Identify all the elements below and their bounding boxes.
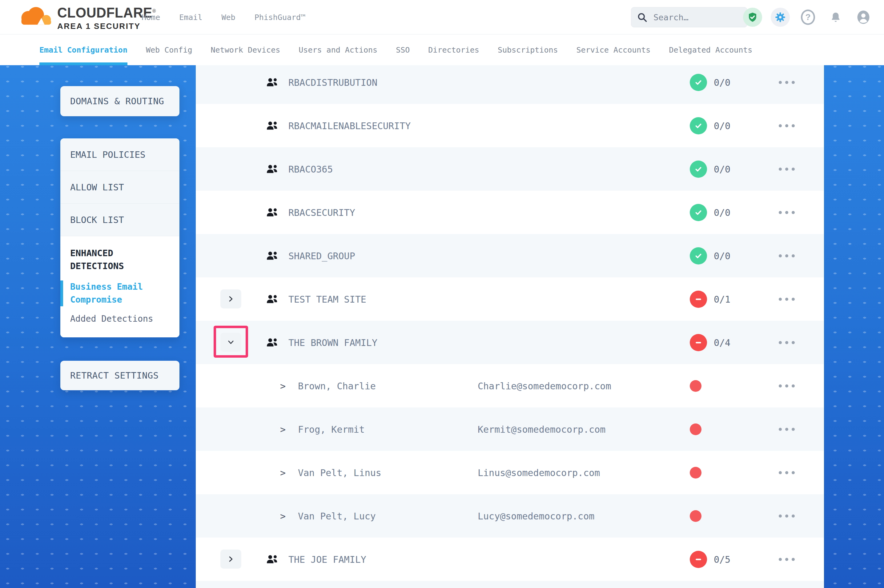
nav-web[interactable]: Web — [221, 13, 235, 22]
group-icon — [266, 164, 278, 174]
member-row[interactable]: >Van Pelt, LucyLucy@somedemocorp.com — [196, 494, 824, 538]
top-right-icons: ? — [743, 0, 873, 34]
sidebar-policies-card: EMAIL POLICIESALLOW LISTBLOCK LIST ENHAN… — [60, 138, 179, 338]
group-name: RBACSECURITY — [289, 207, 355, 218]
member-name: Van Pelt, Linus — [298, 467, 381, 478]
group-icon — [266, 294, 278, 304]
more-actions-button[interactable] — [776, 339, 797, 346]
member-name: Frog, Kermit — [298, 424, 365, 435]
tab-email-configuration[interactable]: Email Configuration — [39, 34, 128, 65]
status-allowed-badge — [690, 74, 707, 91]
group-name: TEST TEAM SITE — [289, 294, 366, 304]
more-actions-button[interactable] — [776, 165, 797, 173]
user-icon — [855, 9, 871, 25]
search-input[interactable] — [654, 13, 734, 22]
more-actions-button[interactable] — [776, 469, 797, 477]
group-name: THE BROWN FAMILY — [289, 337, 377, 348]
member-row[interactable]: >Frog, KermitKermit@somedemocorp.com — [196, 408, 824, 451]
member-row[interactable]: >Brown, CharlieCharlie@somedemocorp.com — [196, 364, 824, 408]
member-count: 0/0 — [714, 250, 731, 261]
group-name: RBACDISTRUBUTION — [289, 77, 377, 88]
chevron-right-icon: > — [280, 380, 286, 391]
cloudflare-logo[interactable]: CLOUDFLARE® AREA 1 SECURITY — [17, 4, 160, 31]
table-row-partial — [196, 581, 824, 588]
enhanced-detections-section: ENHANCED DETECTIONS Business Email Compr… — [60, 236, 179, 338]
tab-subscriptions[interactable]: Subscriptions — [498, 34, 558, 65]
nav-home[interactable]: Home — [141, 13, 160, 22]
member-count: 0/0 — [714, 207, 731, 218]
tab-service-accounts[interactable]: Service Accounts — [576, 34, 651, 65]
group-row[interactable]: THE JOE FAMILY 0/5 — [196, 538, 824, 581]
more-actions-button[interactable] — [776, 512, 797, 520]
chevron-right-icon: > — [280, 510, 286, 521]
sidebar-item-added-detections[interactable]: Added Detections — [60, 314, 170, 324]
help-icon: ? — [801, 9, 815, 25]
group-row[interactable]: RBACO365 0/0 — [196, 147, 824, 190]
nav-email[interactable]: Email — [179, 13, 202, 22]
group-row[interactable]: RBACSECURITY 0/0 — [196, 190, 824, 234]
group-name: RBACMAILENABLESECURITY — [289, 120, 410, 131]
group-icon — [266, 207, 278, 218]
group-row[interactable]: RBACMAILENABLESECURITY 0/0 — [196, 104, 824, 147]
group-row[interactable]: THE BROWN FAMILY 0/4 — [196, 321, 824, 364]
member-email: Charlie@somedemocorp.com — [478, 380, 611, 391]
status-blocked-dot — [690, 510, 702, 522]
nav-phishguard[interactable]: PhishGuard™ — [254, 13, 306, 22]
tab-directories[interactable]: Directories — [428, 34, 479, 65]
expand-group-button[interactable] — [220, 549, 241, 568]
help-button[interactable]: ? — [798, 8, 818, 27]
status-allowed-badge — [690, 117, 707, 134]
sidebar-item-block-list[interactable]: BLOCK LIST — [60, 204, 179, 236]
tab-network-devices[interactable]: Network Devices — [211, 34, 280, 65]
sidebar-item-domains-routing[interactable]: DOMAINS & ROUTING — [60, 86, 179, 116]
more-actions-button[interactable] — [776, 425, 797, 433]
content-panel: RBACDISTRUBUTION 0/0 RBACMAILENABLESECUR… — [196, 65, 824, 588]
status-allowed-badge — [690, 160, 707, 178]
sidebar-item-allow-list[interactable]: ALLOW LIST — [60, 171, 179, 204]
more-actions-button[interactable] — [776, 555, 797, 563]
page-background: CLOUDFLARE® AREA 1 SECURITY HomeEmailWeb… — [0, 0, 884, 588]
group-name: THE JOE FAMILY — [289, 554, 366, 565]
sidebar-item-business-email-compromise[interactable]: Business Email Compromise — [60, 280, 162, 306]
group-icon — [266, 337, 278, 348]
account-button[interactable] — [854, 8, 873, 27]
member-count: 0/0 — [714, 120, 731, 131]
notifications-button[interactable] — [826, 8, 845, 27]
expand-group-button[interactable] — [220, 290, 241, 309]
more-actions-button[interactable] — [776, 382, 797, 390]
tab-delegated-accounts[interactable]: Delegated Accounts — [669, 34, 752, 65]
domains-routing-label: DOMAINS & ROUTING — [60, 96, 164, 106]
status-blocked-dot — [690, 380, 702, 392]
tab-sso[interactable]: SSO — [396, 34, 410, 65]
tab-users-and-actions[interactable]: Users and Actions — [299, 34, 377, 65]
chevron-right-icon: > — [280, 424, 286, 435]
group-table: RBACDISTRUBUTION 0/0 RBACMAILENABLESECUR… — [196, 65, 824, 588]
sidebar-item-retract-settings[interactable]: RETRACT SETTINGS — [60, 361, 179, 390]
member-row[interactable]: >Van Pelt, LinusLinus@somedemocorp.com — [196, 451, 824, 494]
group-name: SHARED_GROUP — [289, 250, 355, 261]
group-row[interactable]: TEST TEAM SITE 0/1 — [196, 278, 824, 321]
group-icon — [266, 554, 278, 565]
config-subnav: Email ConfigurationWeb ConfigNetwork Dev… — [0, 34, 884, 65]
settings-button[interactable] — [771, 8, 790, 27]
status-allowed-badge — [690, 247, 707, 264]
sidebar-item-email-policies[interactable]: EMAIL POLICIES — [60, 138, 179, 171]
search-box — [631, 7, 747, 27]
more-actions-button[interactable] — [776, 252, 797, 260]
group-row[interactable]: RBACDISTRUBUTION 0/0 — [196, 65, 824, 104]
sidebar-item-enhanced-detections[interactable]: ENHANCED DETECTIONS — [60, 247, 165, 273]
group-row[interactable]: SHARED_GROUP 0/0 — [196, 234, 824, 278]
more-actions-button[interactable] — [776, 208, 797, 216]
brand-name: CLOUDFLARE — [57, 4, 152, 21]
security-status-button[interactable] — [743, 8, 762, 27]
more-actions-button[interactable] — [776, 122, 797, 130]
top-nav: HomeEmailWebPhishGuard™ — [141, 0, 305, 34]
bell-icon — [830, 11, 842, 23]
status-blocked-badge — [690, 334, 707, 351]
member-count: 0/5 — [714, 554, 731, 565]
more-actions-button[interactable] — [776, 78, 797, 86]
member-count: 0/0 — [714, 164, 731, 174]
retract-settings-label: RETRACT SETTINGS — [60, 370, 158, 381]
more-actions-button[interactable] — [776, 295, 797, 303]
tab-web-config[interactable]: Web Config — [146, 34, 192, 65]
